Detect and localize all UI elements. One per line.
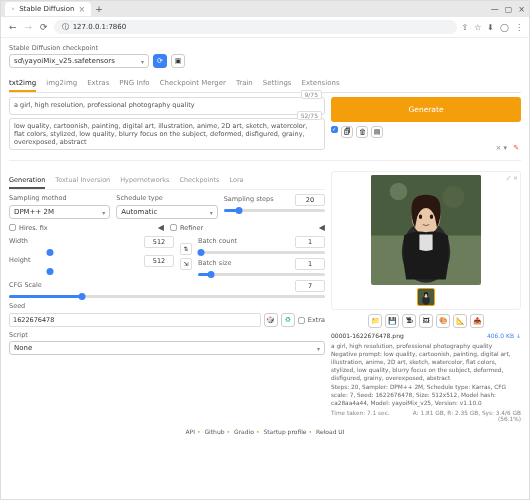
time-taken: Time taken: 7.1 sec. — [331, 410, 390, 416]
back-icon[interactable]: ← — [7, 22, 19, 32]
extra-checkpoint-button[interactable]: ▣ — [171, 54, 185, 68]
profile-icon[interactable]: ◯ — [500, 23, 509, 32]
star-icon[interactable]: ☆ — [474, 23, 481, 32]
checkpoint-select[interactable]: sd\yayoiMix_v25.safetensors▾ — [9, 54, 149, 68]
download-icon[interactable]: ⬇ — [487, 23, 494, 32]
hires-toggle[interactable]: Hires. fix◀ — [9, 223, 164, 232]
svg-point-6 — [419, 215, 422, 219]
subtab-generation[interactable]: Generation — [9, 173, 45, 189]
schedule-select[interactable]: Automatic▾ — [116, 205, 217, 219]
send-extras-button[interactable]: 📐 — [453, 314, 467, 328]
height-label: Height — [9, 256, 31, 264]
batch-size-slider[interactable] — [198, 273, 325, 276]
steps-slider[interactable] — [224, 209, 325, 212]
prompt-counter: 9/75 — [301, 90, 322, 99]
clear-button[interactable]: 🗑 — [356, 126, 368, 138]
prompt-input[interactable]: 9/75 a girl, high resolution, profession… — [9, 97, 325, 115]
width-value[interactable]: 512 — [144, 236, 174, 248]
height-value[interactable]: 512 — [144, 255, 174, 267]
output-gallery: ⤢ × — [331, 171, 521, 310]
tab-settings[interactable]: Settings — [263, 76, 292, 92]
subtab-hyper[interactable]: Hypernetworks — [120, 173, 169, 189]
neg-counter: 52/75 — [297, 111, 322, 120]
chevron-down-icon: ▾ — [141, 58, 144, 65]
queue-checkbox[interactable] — [331, 126, 338, 133]
output-filesize[interactable]: 406.0 KB ↓ — [487, 332, 521, 339]
open-folder-button[interactable]: 📁 — [368, 314, 382, 328]
output-info: a girl, high resolution, professional ph… — [331, 342, 521, 407]
share-icon[interactable]: ⇪ — [461, 23, 468, 32]
refresh-checkpoint-button[interactable]: ⟳ — [153, 54, 167, 68]
close-window-icon[interactable]: × — [518, 5, 525, 14]
cfg-value[interactable]: 7 — [295, 280, 325, 292]
new-tab-button[interactable]: + — [95, 4, 103, 14]
close-icon[interactable]: × — [78, 5, 85, 14]
footer-startup[interactable]: Startup profile — [263, 428, 306, 435]
generate-button[interactable]: Generate — [331, 97, 521, 122]
chevron-down-icon: ▾ — [210, 209, 213, 216]
subtab-ckpt[interactable]: Checkpoints — [179, 173, 219, 189]
negative-prompt-input[interactable]: 52/75 low quality, cartoonish, painting,… — [9, 118, 325, 150]
zip-button[interactable]: 🗜 — [402, 314, 416, 328]
save-button[interactable]: 💾 — [385, 314, 399, 328]
browser-tab[interactable]: ◦ Stable Diffusion × — [5, 2, 91, 16]
footer-github[interactable]: Github — [204, 428, 224, 435]
url-input[interactable]: ⓘ 127.0.0.1:7860 — [54, 20, 458, 34]
close-extra-button[interactable]: × ▾ — [496, 144, 508, 152]
seed-extra-toggle[interactable]: Extra — [298, 316, 325, 324]
steps-value[interactable]: 20 — [295, 194, 325, 206]
footer-gradio[interactable]: Gradio — [234, 428, 254, 435]
tab-pnginfo[interactable]: PNG Info — [119, 76, 149, 92]
vram-stats: A: 1.81 GB, R: 2.35 GB, Sys: 3.4/6 GB (5… — [413, 410, 521, 422]
tab-img2img[interactable]: img2img — [46, 76, 77, 92]
generation-subtabs: Generation Textual Inversion Hypernetwor… — [9, 173, 325, 190]
seed-input[interactable]: 1622676478 — [9, 313, 261, 327]
batch-count-slider[interactable] — [198, 251, 325, 254]
output-thumbnail[interactable] — [417, 288, 435, 306]
batch-count-value[interactable]: 1 — [295, 236, 325, 248]
lock-aspect-button[interactable]: ⇲ — [180, 258, 192, 270]
swap-dimensions-button[interactable]: ⇅ — [180, 243, 192, 255]
output-filename[interactable]: 00001-1622676478.png — [331, 332, 404, 339]
expand-icon: ◀ — [158, 223, 164, 232]
paste-button[interactable]: 🗐 — [341, 126, 353, 138]
refiner-toggle[interactable]: Refiner◀ — [170, 223, 325, 232]
subtab-ti[interactable]: Textual Inversion — [55, 173, 110, 189]
minimize-icon[interactable]: — — [491, 5, 499, 14]
forward-icon[interactable]: → — [23, 22, 35, 32]
url-text: 127.0.0.1:7860 — [73, 23, 127, 31]
send-img2img-button[interactable]: 🖼 — [419, 314, 433, 328]
subtab-lora[interactable]: Lora — [229, 173, 243, 189]
footer-reload[interactable]: Reload UI — [316, 428, 344, 435]
svg-point-2 — [390, 183, 408, 201]
maximize-icon[interactable]: ▢ — [505, 5, 513, 14]
footer: API• Github• Gradio• Startup profile• Re… — [9, 428, 521, 435]
send-upscale-button[interactable]: 📤 — [470, 314, 484, 328]
chevron-down-icon: ▾ — [317, 345, 320, 352]
script-select[interactable]: None▾ — [9, 341, 325, 355]
edit-styles-button[interactable]: ✎ — [513, 144, 519, 152]
tab-merger[interactable]: Checkpoint Merger — [160, 76, 226, 92]
reuse-seed-button[interactable]: ♻ — [281, 313, 295, 327]
random-seed-button[interactable]: 🎲 — [264, 313, 278, 327]
expand-icon: ◀ — [319, 223, 325, 232]
reload-icon[interactable]: ⟳ — [38, 22, 50, 32]
fullscreen-icon[interactable]: ⤢ — [506, 174, 511, 181]
extra-button[interactable]: ▤ — [371, 126, 383, 138]
tab-train[interactable]: Train — [236, 76, 253, 92]
tab-extras[interactable]: Extras — [87, 76, 109, 92]
send-inpaint-button[interactable]: 🎨 — [436, 314, 450, 328]
checkpoint-label: Stable Diffusion checkpoint — [9, 44, 521, 52]
tab-txt2img[interactable]: txt2img — [9, 76, 36, 92]
batch-size-value[interactable]: 1 — [295, 258, 325, 270]
cfg-slider[interactable] — [9, 295, 325, 298]
width-label: Width — [9, 237, 28, 245]
close-preview-icon[interactable]: × — [513, 174, 518, 181]
footer-api[interactable]: API — [185, 428, 195, 435]
sampler-select[interactable]: DPM++ 2M▾ — [9, 205, 110, 219]
batch-size-label: Batch size — [198, 259, 231, 267]
output-image[interactable] — [371, 175, 481, 285]
steps-label: Sampling steps — [224, 195, 274, 203]
menu-icon[interactable]: ⋮ — [515, 23, 523, 32]
address-bar: ← → ⟳ ⓘ 127.0.0.1:7860 ⇪ ☆ ⬇ ◯ ⋮ — [1, 17, 529, 38]
